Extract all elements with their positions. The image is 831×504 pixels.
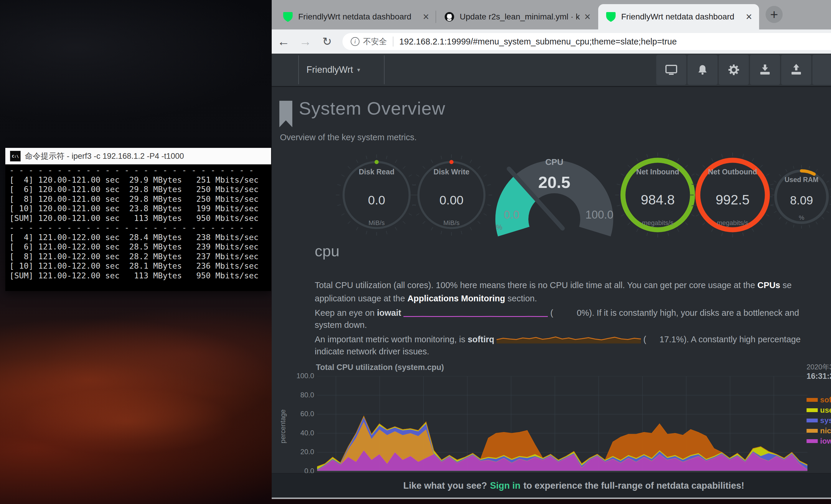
terminal-titlebar[interactable]: C:\ 命令提示符 - iperf3 -c 192.168.1.2 -P4 -t… (5, 148, 271, 165)
legend-swatch (806, 408, 818, 412)
tab-2[interactable]: Update r2s_lean_minimal.yml · k× (437, 4, 598, 29)
cpu-description-line: Total CPU utilization (all cores). 100% … (315, 280, 792, 293)
security-label: 不安全 (363, 36, 387, 47)
disk-write-gauge[interactable]: Disk Write0.00MiB/s (411, 154, 492, 236)
reload-icon[interactable]: ↻ (318, 29, 337, 54)
netdata-page: FriendlyWrt ▾ System Overview Overview o… (272, 54, 831, 498)
hostname-label: FriendlyWrt (307, 64, 353, 75)
terminal-output-line: [ 6] 120.00-121.00 sec 29.8 MBytes 250 M… (5, 185, 271, 195)
svg-text:%: % (496, 223, 502, 231)
legend-item-softirq[interactable]: softirq (806, 395, 831, 404)
tab-3[interactable]: FriendlyWrt netdata dashboard× (598, 4, 759, 29)
tab-1[interactable]: FriendlyWrt netdata dashboard× (275, 4, 436, 29)
back-icon[interactable]: ← (274, 29, 293, 54)
more-icon (821, 63, 831, 77)
url-divider (393, 36, 393, 47)
legend-swatch (806, 419, 818, 422)
navbar-button-monitor[interactable] (656, 55, 686, 85)
link-applications-monitoring[interactable]: Applications Monitoring (407, 294, 505, 303)
svg-text:20.5: 20.5 (538, 173, 571, 191)
netdata-icon (606, 11, 616, 22)
banner-text: to experience the full-range of netdata … (523, 480, 744, 491)
navbar-button-more[interactable] (812, 55, 831, 85)
cpu-description-line: Keep an eye on iowait (0%). If it is con… (315, 307, 799, 319)
cpu-gauge[interactable]: CPU20.50.0100.0% (489, 157, 624, 239)
legend-item-system[interactable]: system (806, 416, 831, 425)
legend-item-iowait[interactable]: iowait (806, 437, 831, 445)
navbar-button-download[interactable] (750, 55, 780, 85)
metric-name: softirq (468, 335, 494, 344)
legend-item-nice[interactable]: nice (806, 426, 831, 435)
disk-read-gauge[interactable]: Disk Read0.0MiB/s (336, 154, 417, 236)
cpu-description-line: system down. (315, 320, 367, 332)
svg-text:CPU: CPU (545, 157, 563, 167)
forward-icon[interactable]: → (296, 29, 315, 54)
navbar-divider (298, 55, 299, 84)
terminal-body[interactable]: - - - - - - - - - - - - - - - - - - - - … (5, 165, 271, 291)
cpu-section-heading: cpu (315, 242, 340, 260)
address-bar[interactable]: i 不安全 192.168.2.1:19999/#menu_system_sub… (342, 33, 831, 50)
close-icon[interactable]: × (423, 11, 429, 22)
link-cpus[interactable]: CPUs (757, 280, 780, 290)
cmd-icon: C:\ (10, 151, 21, 161)
svg-text:0.0: 0.0 (504, 209, 519, 221)
navbar-button-bell[interactable] (687, 55, 718, 85)
monitor-icon (664, 63, 678, 77)
used-ram-gauge[interactable]: Used RAM8.09% (770, 165, 831, 229)
svg-text:Disk Write: Disk Write (433, 168, 469, 176)
site-info-icon[interactable]: i (351, 37, 360, 46)
svg-text:Net Inbound: Net Inbound (636, 168, 679, 176)
tab-divider (435, 10, 436, 23)
softirq-sparkline[interactable] (496, 333, 641, 344)
cpu-description-line: An important metric worth monitoring, is… (315, 333, 801, 346)
svg-text:Net Outbound: Net Outbound (708, 168, 757, 176)
navbar-divider (384, 55, 384, 84)
terminal-window: C:\ 命令提示符 - iperf3 -c 192.168.1.2 -P4 -t… (5, 148, 271, 291)
hostname-dropdown[interactable]: FriendlyWrt ▾ (307, 54, 360, 86)
chart-date: 2020年3 (806, 362, 831, 372)
netdata-navbar: FriendlyWrt ▾ (272, 54, 831, 87)
svg-text:0.00: 0.00 (439, 193, 463, 207)
github-icon (445, 11, 454, 22)
legend-label: system (820, 416, 831, 425)
page-subtitle: Overview of the key system metrics. (280, 132, 417, 142)
download-icon (758, 63, 772, 77)
netdata-icon (283, 11, 293, 22)
chart-title: Total CPU utilization (system.cpu) (316, 363, 444, 372)
y-tick-label: 80.0 (282, 391, 314, 399)
navbar-button-gear[interactable] (719, 55, 749, 85)
new-tab-button[interactable]: + (766, 6, 783, 23)
tab-title: Update r2s_lean_minimal.yml · k (460, 12, 581, 22)
browser-window-edge (272, 498, 831, 499)
svg-text:MiB/s: MiB/s (369, 219, 385, 227)
y-axis-label: percentage (279, 397, 287, 456)
chart-time: 16:31:2 (806, 372, 831, 381)
svg-text:984.8: 984.8 (641, 192, 675, 207)
svg-text:MiB/s: MiB/s (443, 219, 460, 227)
y-tick-label: 20.0 (282, 448, 314, 456)
net-outbound-gauge[interactable]: Net Outbound992.5megabits/s (690, 153, 775, 237)
upload-icon (789, 63, 803, 77)
net-inbound-gauge[interactable]: Net Inbound984.8megabits/s (615, 153, 700, 237)
sign-in-link[interactable]: Sign in (490, 480, 520, 491)
cpu-description-line: application usage at the Applications Mo… (315, 294, 537, 306)
cpu-utilization-chart[interactable] (317, 376, 807, 471)
terminal-output-line: [SUM] 120.00-121.00 sec 113 MBytes 950 M… (5, 213, 271, 223)
gear-icon (727, 63, 741, 77)
terminal-output-line: [ 10] 120.00-121.00 sec 23.8 MBytes 199 … (5, 204, 271, 213)
close-icon[interactable]: × (746, 11, 752, 22)
iowait-sparkline[interactable] (403, 307, 548, 318)
url-text: 192.168.2.1:19999/#menu_system_submenu_c… (399, 37, 677, 47)
close-icon[interactable]: × (584, 11, 591, 22)
y-tick-label: 100.0 (282, 372, 314, 380)
legend-swatch (806, 429, 818, 433)
metric-name: iowait (377, 308, 401, 318)
legend-item-user[interactable]: user (806, 406, 831, 414)
browser-toolbar: ← → ↻ i 不安全 192.168.2.1:19999/#menu_syst… (272, 29, 831, 54)
y-tick-label: 60.0 (282, 410, 314, 418)
bookmark-icon (279, 101, 292, 127)
terminal-output-line: - - - - - - - - - - - - - - - - - - - - … (5, 166, 271, 175)
y-tick-label: 40.0 (282, 429, 314, 437)
cpu-description-line: indicate network driver issues. (315, 347, 429, 359)
navbar-button-upload[interactable] (781, 55, 811, 85)
